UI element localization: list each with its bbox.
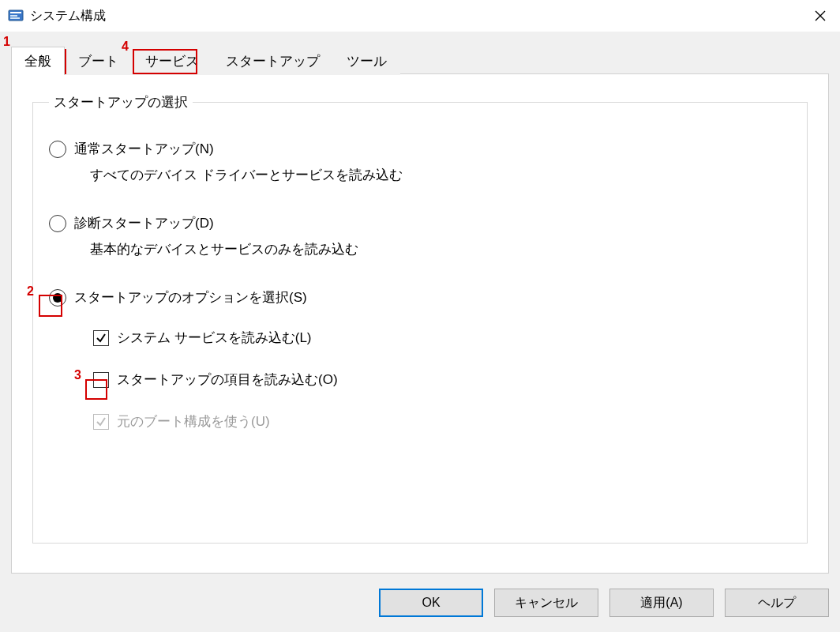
tab-boot[interactable]: ブート	[65, 47, 132, 75]
tabstrip: 全般 ブート サービス スタートアップ ツール	[0, 47, 840, 74]
msconfig-window: システム構成 全般 ブート サービス スタートアップ ツール スタートアップの選…	[0, 0, 840, 632]
dialog-buttons: OK キャンセル 適用(A) ヘルプ	[0, 585, 840, 632]
option-normal-desc: すべてのデバイス ドライバーとサービスを読み込む	[90, 166, 791, 184]
close-icon	[815, 10, 826, 21]
startup-selection-group: スタートアップの選択 通常スタートアップ(N) すべてのデバイス ドライバーとサ…	[32, 93, 808, 544]
apply-button[interactable]: 適用(A)	[609, 589, 714, 617]
radio-icon	[49, 141, 66, 158]
option-diagnostic-startup[interactable]: 診断スタートアップ(D)	[49, 214, 791, 232]
checkbox-icon	[93, 372, 109, 388]
tab-panel-general: スタートアップの選択 通常スタートアップ(N) すべてのデバイス ドライバーとサ…	[11, 74, 829, 574]
svg-rect-2	[10, 15, 17, 17]
option-selective-startup[interactable]: スタートアップのオプションを選択(S)	[49, 288, 791, 307]
checkbox-label: 元のブート構成を使う(U)	[117, 412, 270, 431]
group-legend: スタートアップの選択	[49, 93, 193, 111]
option-label: 診断スタートアップ(D)	[74, 214, 214, 232]
radio-icon	[49, 289, 66, 307]
checkbox-label: システム サービスを読み込む(L)	[117, 329, 312, 347]
titlebar: システム構成	[0, 0, 840, 32]
option-normal-startup[interactable]: 通常スタートアップ(N)	[49, 140, 791, 158]
checkbox-label: スタートアップの項目を読み込む(O)	[117, 371, 338, 389]
option-label: スタートアップのオプションを選択(S)	[74, 288, 307, 307]
tab-startup[interactable]: スタートアップ	[212, 47, 333, 75]
close-button[interactable]	[801, 0, 840, 32]
tab-services[interactable]: サービス	[132, 47, 212, 75]
app-icon	[8, 8, 24, 24]
checkbox-use-original-boot: 元のブート構成を使う(U)	[93, 412, 791, 431]
option-label: 通常スタートアップ(N)	[74, 140, 214, 158]
help-button[interactable]: ヘルプ	[725, 589, 829, 617]
checkbox-load-startup-items[interactable]: スタートアップの項目を読み込む(O)	[93, 371, 791, 389]
tab-general[interactable]: 全般	[11, 47, 65, 75]
radio-icon	[49, 215, 66, 232]
ok-button[interactable]: OK	[379, 589, 483, 617]
option-diagnostic-desc: 基本的なデバイスとサービスのみを読み込む	[90, 240, 791, 258]
svg-rect-1	[10, 12, 21, 13]
window-title: システム構成	[30, 8, 106, 24]
cancel-button[interactable]: キャンセル	[494, 589, 598, 617]
checkbox-icon	[93, 414, 109, 430]
checkbox-load-system-services[interactable]: システム サービスを読み込む(L)	[93, 329, 791, 347]
tab-tools[interactable]: ツール	[333, 47, 400, 75]
svg-rect-3	[10, 17, 20, 19]
checkbox-icon	[93, 330, 109, 346]
